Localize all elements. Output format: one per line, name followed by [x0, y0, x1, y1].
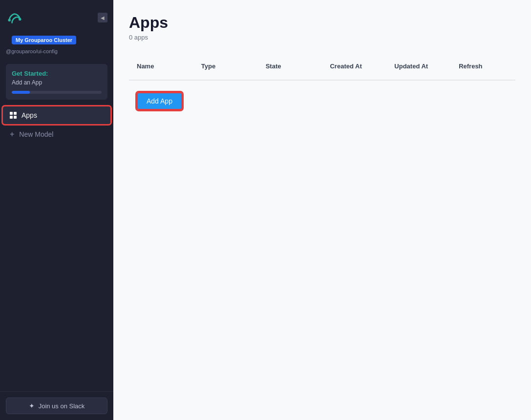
col-name: Name [129, 59, 193, 74]
cluster-path: @grouparoo/ui-config [6, 48, 107, 54]
col-created-at: Created At [322, 59, 386, 74]
slack-button-label: Join us on Slack [39, 402, 85, 410]
col-updated-at: Updated At [386, 59, 451, 74]
grid-icon [10, 112, 17, 119]
progress-bar-container [12, 91, 102, 94]
col-state: State [258, 59, 322, 74]
sidebar-item-apps-label: Apps [21, 111, 37, 119]
add-app-button[interactable]: Add App [137, 92, 182, 110]
main-header: Apps 0 apps [113, 0, 531, 53]
plus-icon: + [10, 130, 14, 139]
sidebar: ◀ My Grouparoo Cluster @grouparoo/ui-con… [0, 0, 113, 420]
sidebar-header: ◀ [0, 0, 113, 35]
logo-icon [6, 8, 23, 27]
progress-bar-background [12, 91, 102, 94]
svg-point-0 [19, 18, 21, 21]
get-started-card: Get Started: Add an App [6, 64, 107, 100]
table-area: Name Type State Created At Updated At Re… [129, 53, 515, 122]
col-refresh: Refresh [451, 59, 515, 74]
table-header: Name Type State Created At Updated At Re… [129, 53, 515, 81]
slack-icon: ✦ [29, 402, 35, 410]
get-started-title: Get Started: [12, 70, 102, 77]
apps-count: 0 apps [129, 34, 515, 41]
get-started-description: Add an App [12, 79, 102, 86]
sidebar-nav: Apps + New Model [0, 105, 113, 391]
page-title: Apps [129, 14, 515, 32]
main-content: Apps 0 apps Name Type State Created At U… [113, 0, 531, 420]
sidebar-item-apps[interactable]: Apps [3, 106, 110, 124]
sidebar-item-new-model[interactable]: + New Model [3, 125, 110, 144]
progress-bar-fill [12, 91, 30, 94]
cluster-badge: My Grouparoo Cluster [12, 36, 76, 44]
svg-point-1 [8, 19, 11, 21]
sidebar-footer: ✦ Join us on Slack [0, 391, 113, 420]
apps-sidebar-highlight: Apps [3, 106, 110, 124]
new-model-label: New Model [19, 130, 53, 138]
sidebar-collapse-button[interactable]: ◀ [98, 13, 107, 22]
chevron-left-icon: ◀ [101, 15, 105, 21]
col-type: Type [193, 59, 258, 74]
add-app-highlight: Add App [137, 92, 182, 110]
slack-button[interactable]: ✦ Join us on Slack [6, 398, 107, 414]
